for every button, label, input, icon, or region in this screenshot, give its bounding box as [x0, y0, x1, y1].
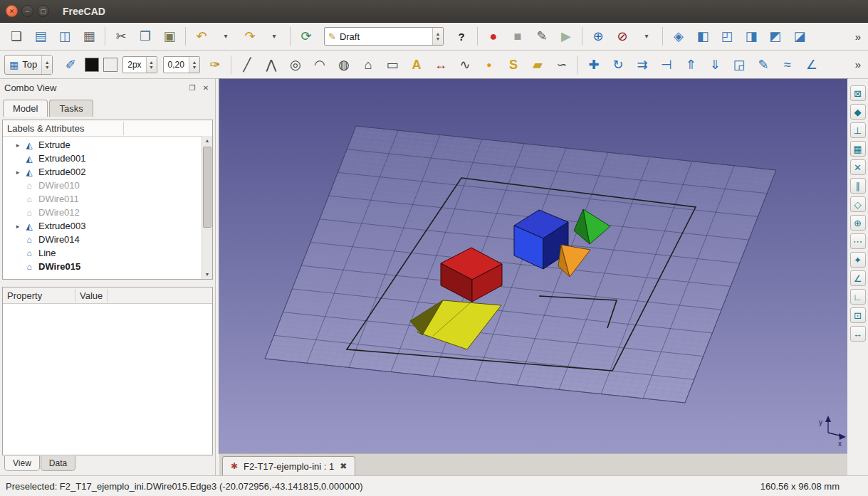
draft-facebinder-icon[interactable]: ▰	[525, 54, 550, 75]
tree-item[interactable]: ⌂ DWire012	[3, 206, 202, 219]
redo-icon[interactable]: ↷	[238, 26, 262, 47]
maximize-window-button[interactable]: ▢	[37, 5, 49, 17]
view-top-icon[interactable]: ◰	[715, 26, 739, 47]
draft-rectangle-icon[interactable]: ▭	[380, 54, 404, 75]
draw-style-dropdown-icon[interactable]: ▾	[634, 26, 659, 47]
draft-polygon-icon[interactable]: ⌂	[356, 54, 380, 75]
document-tab-close-icon[interactable]: ✖	[340, 461, 347, 471]
panel-float-icon[interactable]: ❐	[187, 82, 198, 93]
macro-execute-icon[interactable]: ▶	[554, 26, 578, 47]
scale-spinbox[interactable]: 0,20 ▲▼	[163, 56, 200, 73]
snap-special-icon[interactable]: ✦	[850, 252, 866, 268]
panel-close-icon[interactable]: ✕	[200, 82, 211, 93]
draw-style-icon[interactable]: ⊘	[610, 26, 634, 47]
draft-upgrade-icon[interactable]: ⇑	[679, 54, 703, 75]
scroll-up-icon[interactable]: ▲	[202, 136, 212, 145]
snap-perpendicular-icon[interactable]: ⊥	[850, 122, 866, 138]
draft-arc-icon[interactable]: ◠	[308, 54, 332, 75]
draft-wire2bspline-icon[interactable]: ≈	[775, 54, 800, 75]
scrollbar-thumb[interactable]	[203, 147, 211, 228]
tab-view[interactable]: View	[4, 456, 40, 471]
snap-angle-icon[interactable]: ∠	[850, 270, 866, 286]
draft-point-icon[interactable]: ●	[477, 54, 501, 75]
snap-working-plane-icon[interactable]: ⊡	[850, 307, 866, 323]
snap-dimensions-icon[interactable]: ↔	[850, 326, 866, 342]
tab-model[interactable]: Model	[3, 100, 48, 117]
print-icon[interactable]: ▦	[77, 26, 101, 47]
draft-move-icon[interactable]: ✚	[582, 54, 606, 75]
draft-scale-icon[interactable]: ◲	[727, 54, 751, 75]
draft-rotate-icon[interactable]: ↻	[606, 54, 630, 75]
undo-dropdown-icon[interactable]: ▾	[214, 26, 238, 47]
zoom-fit-icon[interactable]: ⊕	[586, 26, 610, 47]
snap-midpoint-icon[interactable]: ◇	[850, 196, 866, 212]
face-color-swatch[interactable]	[103, 58, 117, 72]
cut-icon[interactable]: ✂	[109, 26, 133, 47]
save-icon[interactable]: ◫	[53, 26, 77, 47]
draft-text-icon[interactable]: A	[404, 54, 429, 75]
tree-item[interactable]: ⌂ DWire010	[3, 179, 202, 192]
3d-viewport[interactable]: x y	[219, 79, 847, 453]
draft-dimension-icon[interactable]: ↔	[429, 54, 453, 75]
tree-item[interactable]: ▸ ◭ Extrude002	[3, 165, 202, 179]
expand-arrow-icon[interactable]: ▸	[13, 142, 23, 149]
tab-data[interactable]: Data	[41, 456, 75, 471]
tree-item[interactable]: ▸ ◭ Extrude	[3, 138, 202, 152]
working-plane-button[interactable]: ▦ Top ▲▼	[4, 55, 53, 75]
snap-lock-icon[interactable]: ⊠	[850, 85, 866, 101]
draft-downgrade-icon[interactable]: ⇓	[703, 54, 727, 75]
draft-circle-icon[interactable]: ◎	[283, 54, 308, 75]
new-file-icon[interactable]: ❏	[4, 26, 28, 47]
tree-scrollbar[interactable]: ▲ ▼	[202, 136, 212, 279]
document-tab[interactable]: ✱ F2-T17-ejemplo-ini : 1 ✖	[222, 456, 355, 475]
expand-arrow-icon[interactable]: ▸	[13, 169, 23, 176]
snap-center-icon[interactable]: ⊕	[850, 215, 866, 231]
redo-dropdown-icon[interactable]: ▾	[262, 26, 286, 47]
open-folder-icon[interactable]: ▤	[28, 26, 53, 47]
macro-record-icon[interactable]: ●	[481, 26, 506, 47]
snap-extension-icon[interactable]: ⋯	[850, 233, 866, 249]
close-window-button[interactable]: ✕	[6, 5, 18, 17]
whats-this-icon[interactable]: ?	[449, 26, 474, 47]
draft-shape2dview-icon[interactable]: ∠	[800, 54, 824, 75]
snap-grid-icon[interactable]: ▦	[850, 141, 866, 157]
draft-edit-icon[interactable]: ✎	[751, 54, 775, 75]
tree-item[interactable]: ⌂ Line	[3, 246, 202, 260]
tree-item[interactable]: ◭ Extrude001	[3, 152, 202, 165]
line-width-spinbox[interactable]: 2px ▲▼	[122, 56, 157, 73]
construction-mode-icon[interactable]: ✐	[58, 54, 83, 75]
snap-parallel-icon[interactable]: ∥	[850, 178, 866, 194]
tree-item[interactable]: ⌂ DWire015	[3, 260, 202, 273]
expand-arrow-icon[interactable]: ▸	[13, 223, 23, 230]
paste-icon[interactable]: ▣	[157, 26, 182, 47]
draft-ellipse-icon[interactable]: ◍	[332, 54, 356, 75]
refresh-icon[interactable]: ⟳	[294, 26, 318, 47]
macro-edit-icon[interactable]: ✎	[530, 26, 554, 47]
draft-offset-icon[interactable]: ⇉	[630, 54, 654, 75]
line-color-swatch[interactable]	[85, 58, 99, 72]
view-bottom-icon[interactable]: ◪	[788, 26, 812, 47]
apply-style-icon[interactable]: ✑	[203, 54, 227, 75]
tree-item[interactable]: ⌂ DWire011	[3, 192, 202, 206]
draft-line-icon[interactable]: ╱	[235, 54, 259, 75]
toolbar-overflow-chevron[interactable]: »	[852, 31, 864, 43]
snap-intersection-icon[interactable]: ✕	[850, 159, 866, 175]
minimize-window-button[interactable]: –	[21, 5, 33, 17]
workbench-selector[interactable]: ✎ Draft ▲▼	[324, 27, 444, 46]
copy-icon[interactable]: ❐	[133, 26, 157, 47]
view-rear-icon[interactable]: ◩	[763, 26, 788, 47]
view-right-icon[interactable]: ◨	[739, 26, 763, 47]
tree-item[interactable]: ⌂ DWire014	[3, 233, 202, 246]
tree-item[interactable]: ▸ ◭ Extrude003	[3, 219, 202, 233]
toolbar-overflow-chevron[interactable]: »	[852, 58, 864, 70]
draft-shapestring-icon[interactable]: S	[501, 54, 525, 75]
working-plane-spinner[interactable]: ▲▼	[41, 56, 52, 74]
snap-ortho-icon[interactable]: ∟	[850, 289, 866, 305]
view-front-icon[interactable]: ◧	[691, 26, 715, 47]
draft-bezier-icon[interactable]: ∽	[550, 54, 574, 75]
draft-wire-icon[interactable]: ⋀	[259, 54, 283, 75]
view-axonometric-icon[interactable]: ◈	[666, 26, 691, 47]
draft-trim-icon[interactable]: ⊣	[654, 54, 679, 75]
workbench-selector-spinner[interactable]: ▲▼	[432, 28, 443, 45]
macro-stop-icon[interactable]: ■	[506, 26, 530, 47]
